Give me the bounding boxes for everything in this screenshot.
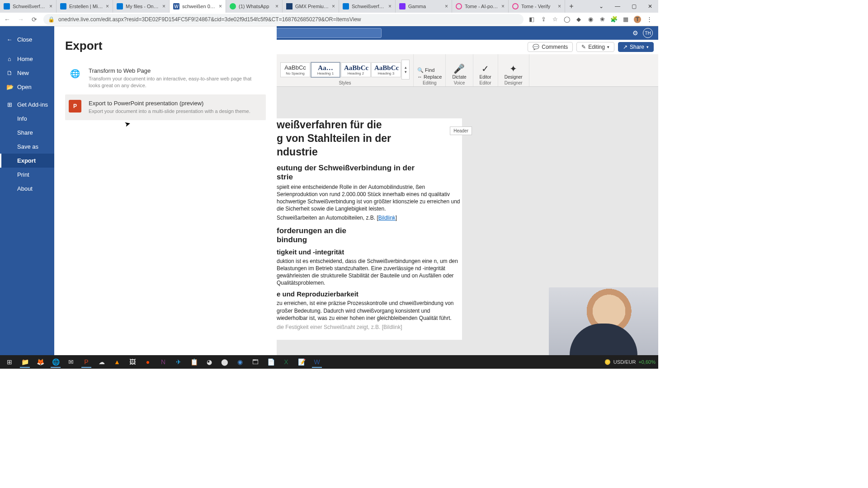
- link[interactable]: Bildlink: [378, 215, 396, 221]
- puzzle-icon[interactable]: 🧩: [610, 16, 618, 23]
- profile-avatar[interactable]: T: [634, 16, 641, 23]
- style-heading-3[interactable]: AaBbCcHeading 3: [371, 62, 401, 77]
- close-icon[interactable]: ×: [275, 3, 278, 9]
- editor-button[interactable]: ✓Editor: [477, 63, 494, 80]
- browser-titlebar: Schweißverfahren× Erstellen | Microso× M…: [0, 0, 658, 13]
- nav-new[interactable]: 🗋New: [0, 66, 54, 80]
- nav-about[interactable]: About: [0, 182, 54, 196]
- star-icon[interactable]: ☆: [552, 16, 559, 23]
- vlc-icon[interactable]: ▲: [110, 356, 124, 368]
- tab-0[interactable]: Schweißverfahren×: [0, 0, 57, 13]
- app-icon[interactable]: ⬤: [218, 356, 231, 368]
- user-avatar[interactable]: TH: [643, 28, 653, 38]
- gear-icon[interactable]: ⚙: [632, 29, 638, 37]
- tab-2[interactable]: My files - OneDriv×: [113, 0, 170, 13]
- tab-1[interactable]: Erstellen | Microso×: [57, 0, 113, 13]
- chevron-down-icon[interactable]: ⌄: [593, 0, 609, 13]
- tab-9[interactable]: Tome - Verify×: [509, 0, 565, 13]
- app-icon[interactable]: ◉: [233, 356, 247, 368]
- onenote-icon[interactable]: N: [156, 356, 170, 368]
- nav-info[interactable]: Info: [0, 112, 54, 126]
- nav-export[interactable]: Export: [0, 154, 54, 168]
- close-icon[interactable]: ×: [558, 3, 561, 9]
- menu-icon[interactable]: ⋮: [646, 16, 653, 23]
- url-text: onedrive.live.com/edit.aspx?resid=3DE02F…: [58, 16, 361, 23]
- app-icon[interactable]: 📝: [295, 356, 308, 368]
- nav-open[interactable]: 📂Open: [0, 80, 54, 94]
- telegram-icon[interactable]: ✈: [172, 356, 185, 368]
- dictate-button[interactable]: 🎤Dictate: [449, 63, 469, 80]
- app-icon[interactable]: ◕: [203, 356, 216, 368]
- style-heading-1[interactable]: Aa…Heading 1: [311, 62, 340, 78]
- share-icon[interactable]: ⇪: [540, 16, 547, 23]
- back-button[interactable]: ←: [3, 16, 12, 23]
- powerpoint-icon[interactable]: P: [80, 356, 93, 368]
- export-powerpoint[interactable]: P Export to PowerPoint presentation (pre…: [65, 94, 266, 120]
- nav-share[interactable]: Share: [0, 126, 54, 140]
- minimize-button[interactable]: —: [609, 0, 626, 13]
- nav-addins[interactable]: ⊞Get Add-ins: [0, 98, 54, 112]
- nav-saveas[interactable]: Save as: [0, 140, 54, 154]
- designer-icon: ✦: [509, 63, 517, 75]
- webcam-overlay: [549, 287, 658, 355]
- export-webpage[interactable]: 🌐 Transform to Web Page Transform your d…: [65, 62, 266, 94]
- app-icon[interactable]: 🗔: [249, 356, 262, 368]
- ext-icon[interactable]: ◆: [575, 16, 582, 23]
- currency-widget[interactable]: 🪙 USD/EUR +0,60%: [604, 359, 656, 365]
- ext-icon[interactable]: ▦: [622, 16, 629, 23]
- label: Save as: [17, 143, 38, 150]
- tab-7[interactable]: Gamma×: [396, 0, 452, 13]
- share-button[interactable]: ↗Share▾: [618, 42, 654, 52]
- app-icon[interactable]: ●: [141, 356, 155, 368]
- start-button[interactable]: ⊞: [3, 356, 16, 368]
- new-tab-button[interactable]: +: [565, 0, 578, 13]
- maximize-button[interactable]: ▢: [626, 0, 642, 13]
- tab-3[interactable]: Wschweißen 003.do×: [170, 0, 226, 13]
- app-icon[interactable]: 📄: [264, 356, 278, 368]
- explorer-icon[interactable]: 📁: [18, 356, 32, 368]
- designer-button[interactable]: ✦Designer: [502, 63, 525, 80]
- group-label: Voice: [454, 80, 465, 85]
- nav-print[interactable]: Print: [0, 168, 54, 182]
- close-icon[interactable]: ×: [445, 3, 448, 9]
- close-icon[interactable]: ×: [106, 3, 109, 9]
- close-icon[interactable]: ×: [501, 3, 505, 9]
- tab-6[interactable]: Schweißverfahren×: [339, 0, 396, 13]
- ext-icon[interactable]: ◧: [528, 16, 535, 23]
- close-button[interactable]: ✕: [642, 0, 658, 13]
- reload-button[interactable]: ⟳: [30, 16, 39, 23]
- ext-icon[interactable]: ❀: [599, 16, 606, 23]
- firefox-icon[interactable]: 🦊: [33, 356, 47, 368]
- header-button[interactable]: Header: [450, 127, 472, 135]
- find-button[interactable]: 🔍 Find: [417, 67, 434, 73]
- close-icon[interactable]: ×: [49, 3, 52, 9]
- comments-button[interactable]: 💬Comments: [528, 42, 573, 52]
- style-heading-2[interactable]: AaBbCcHeading 2: [341, 62, 371, 77]
- outlook-icon[interactable]: ✉: [64, 356, 78, 368]
- app-icon[interactable]: ☁: [95, 356, 108, 368]
- nav-home[interactable]: ⌂Home: [0, 52, 54, 66]
- chrome-icon[interactable]: 🌐: [49, 356, 62, 368]
- url-input[interactable]: 🔒 onedrive.live.com/edit.aspx?resid=3DE0…: [43, 14, 524, 25]
- word-icon[interactable]: W: [310, 356, 324, 368]
- replace-button[interactable]: ↔ Replace: [417, 74, 442, 80]
- excel-icon[interactable]: X: [279, 356, 293, 368]
- tab-4[interactable]: (1) WhatsApp×: [226, 0, 283, 13]
- chevron-down-icon: ▾: [607, 45, 609, 49]
- close-icon[interactable]: ×: [219, 3, 222, 9]
- forward-button[interactable]: →: [16, 16, 25, 23]
- backstage-close[interactable]: ←Close: [0, 33, 54, 47]
- tab-8[interactable]: Tome - AI-powere×: [452, 0, 509, 13]
- tab-5[interactable]: GMX Premium - E×: [283, 0, 339, 13]
- editing-dropdown[interactable]: ✎Editing▾: [576, 42, 614, 52]
- close-icon[interactable]: ×: [162, 3, 165, 9]
- close-icon[interactable]: ×: [332, 3, 335, 9]
- app-icon[interactable]: 🖼: [126, 356, 139, 368]
- back-arrow-icon: ←: [6, 36, 13, 43]
- ext-icon[interactable]: ◯: [563, 16, 571, 23]
- ext-icon[interactable]: ◉: [587, 16, 594, 23]
- app-icon[interactable]: 📋: [187, 356, 201, 368]
- style-no-spacing[interactable]: AaBbCcNo Spacing: [280, 62, 310, 77]
- styles-more[interactable]: ▴▾: [401, 60, 410, 80]
- close-icon[interactable]: ×: [388, 3, 392, 9]
